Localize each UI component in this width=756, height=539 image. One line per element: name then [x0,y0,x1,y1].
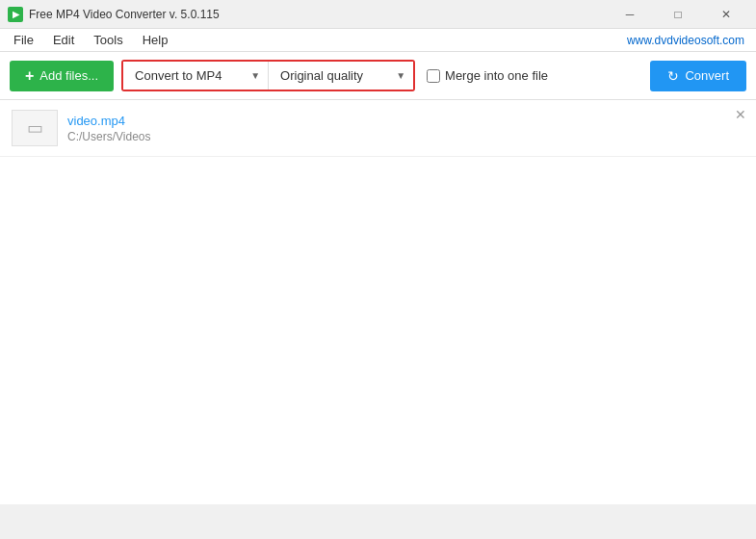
title-bar: ▶ Free MP4 Video Converter v. 5.0.115 ─ … [0,0,756,29]
convert-label: Convert [685,68,729,83]
file-remove-button[interactable]: ✕ [735,108,746,121]
convert-button[interactable]: ↻ Convert [650,61,746,91]
window-controls: ─ □ ✕ [608,0,748,29]
file-thumbnail: ▭ [12,110,58,146]
add-files-button[interactable]: + Add files... [10,61,114,91]
menu-tools[interactable]: Tools [84,31,132,49]
quality-select-wrapper: Original quality High quality Medium qua… [269,62,413,90]
app-title: Free MP4 Video Converter v. 5.0.115 [29,8,220,21]
convert-icon: ↻ [667,68,679,84]
app-icon: ▶ [8,7,23,22]
close-button[interactable]: ✕ [704,0,748,29]
add-files-label: Add files... [39,68,98,83]
merge-checkbox-wrapper: Merge into one file [427,68,548,83]
video-thumbnail-icon: ▭ [27,117,43,139]
menu-help[interactable]: Help [133,31,178,49]
maximize-button[interactable]: □ [656,0,700,29]
file-item: ▭ video.mp4 C:/Users/Videos ✕ [0,100,756,157]
format-quality-wrapper: Convert to MP4 Convert to AVI Convert to… [121,60,415,91]
website-link[interactable]: www.dvdvideosoft.com [627,34,752,47]
file-name: video.mp4 [67,114,744,128]
menu-bar: File Edit Tools Help www.dvdvideosoft.co… [0,29,756,52]
plus-icon: + [25,68,34,84]
minimize-button[interactable]: ─ [608,0,652,29]
quality-select[interactable]: Original quality High quality Medium qua… [269,62,413,90]
format-select-wrapper: Convert to MP4 Convert to AVI Convert to… [123,62,269,90]
menu-edit[interactable]: Edit [43,31,84,49]
menu-file[interactable]: File [4,31,43,49]
file-path: C:/Users/Videos [67,130,744,143]
menu-items: File Edit Tools Help [4,31,177,49]
toolbar: + Add files... Convert to MP4 Convert to… [0,52,756,100]
merge-label[interactable]: Merge into one file [445,68,548,83]
format-select[interactable]: Convert to MP4 Convert to AVI Convert to… [123,62,268,90]
file-info: video.mp4 C:/Users/Videos [67,114,744,143]
content-area: ▭ video.mp4 C:/Users/Videos ✕ [0,100,756,504]
merge-checkbox[interactable] [427,69,440,83]
